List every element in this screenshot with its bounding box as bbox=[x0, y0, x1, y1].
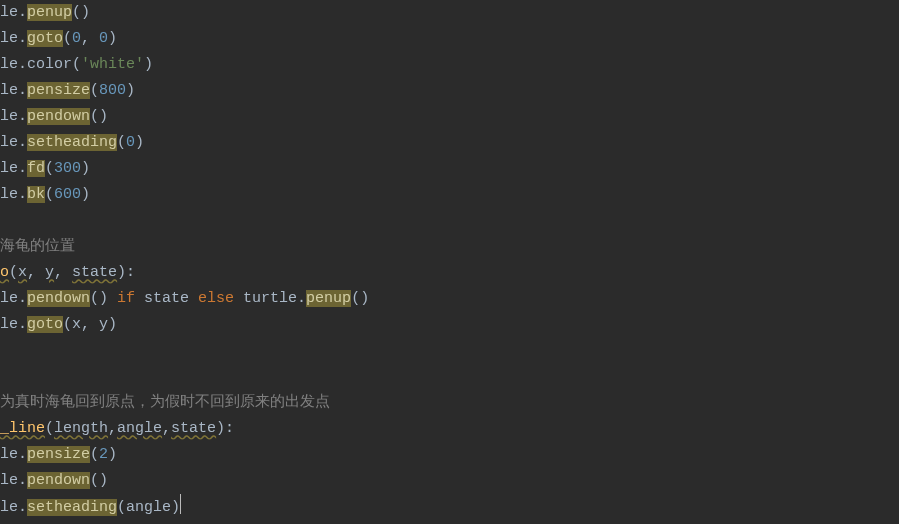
code-line: le.pendown() bbox=[0, 472, 108, 489]
code-line: le.pendown() if state else turtle.penup(… bbox=[0, 290, 369, 307]
code-block: le.penup() le.goto(0, 0) le.color('white… bbox=[0, 0, 899, 521]
code-line: le.fd(300) bbox=[0, 160, 90, 177]
code-line: le.setheading(angle) bbox=[0, 499, 181, 516]
code-editor[interactable]: le.penup() le.goto(0, 0) le.color('white… bbox=[0, 0, 899, 521]
code-line: le.pensize(2) bbox=[0, 446, 117, 463]
code-line: 海龟的位置 bbox=[0, 238, 75, 255]
code-line: le.goto(0, 0) bbox=[0, 30, 117, 47]
text-cursor bbox=[180, 494, 181, 514]
code-line: le.pensize(800) bbox=[0, 82, 135, 99]
code-line: o(x, y, state): bbox=[0, 264, 135, 281]
code-line: _line(length,angle,state): bbox=[0, 420, 234, 437]
code-line: le.bk(600) bbox=[0, 186, 90, 203]
code-line: le.color('white') bbox=[0, 56, 153, 73]
code-line: le.penup() bbox=[0, 4, 90, 21]
code-line: le.goto(x, y) bbox=[0, 316, 117, 333]
code-line bbox=[0, 368, 9, 385]
code-line: 为真时海龟回到原点，为假时不回到原来的出发点 bbox=[0, 394, 330, 411]
code-line: le.setheading(0) bbox=[0, 134, 144, 151]
code-line bbox=[0, 342, 9, 359]
code-line bbox=[0, 212, 9, 229]
code-line: le.pendown() bbox=[0, 108, 108, 125]
